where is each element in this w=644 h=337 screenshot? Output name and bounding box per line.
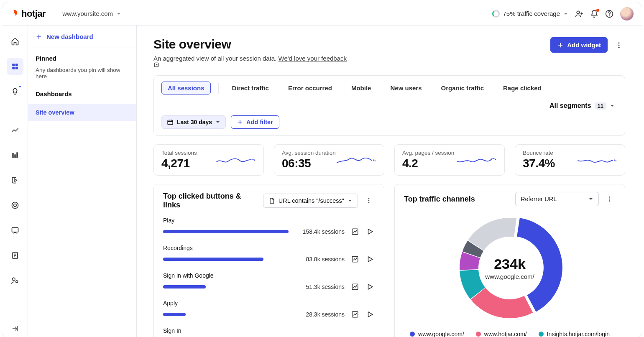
nav-dashboards[interactable] xyxy=(7,58,23,75)
legend-item[interactable]: www.hotjar.com/ xyxy=(476,331,527,337)
notifications-button[interactable] xyxy=(587,6,602,21)
user-avatar[interactable] xyxy=(620,7,634,20)
svg-point-27 xyxy=(614,159,615,161)
new-dashboard-button[interactable]: New dashboard xyxy=(28,26,136,48)
panel-top-clicked: Top clicked buttons & links URL contains… xyxy=(153,184,384,337)
add-filter-button[interactable]: Add filter xyxy=(231,115,279,129)
svg-point-22 xyxy=(254,159,255,161)
svg-point-24 xyxy=(374,160,376,161)
brand-logo[interactable]: hotjar xyxy=(10,8,46,19)
click-row-label: Play xyxy=(163,217,375,224)
nav-trends[interactable] xyxy=(7,122,23,138)
open-chart-button[interactable] xyxy=(350,282,360,291)
notification-dot xyxy=(596,9,599,12)
date-range-selector[interactable]: Last 30 days xyxy=(161,115,226,129)
help-button[interactable] xyxy=(602,6,617,21)
legend-item[interactable]: www.google.com/ xyxy=(410,331,464,337)
traffic-coverage[interactable]: 75% traffic coverage xyxy=(492,10,568,18)
nav-surveys[interactable] xyxy=(7,247,23,264)
progress-ring-icon xyxy=(492,10,500,18)
nav-home[interactable] xyxy=(7,33,23,50)
click-sessions: 51.3k sessions xyxy=(294,283,345,290)
play-recording-button[interactable] xyxy=(365,282,375,291)
all-segments-dropdown[interactable]: All segments 11 xyxy=(549,102,617,110)
kpi-total-sessions[interactable]: Total sessions4,271 xyxy=(153,144,264,176)
kpi-bounce-rate[interactable]: Bounce rate37.4% xyxy=(515,144,625,176)
click-row-label: Apply xyxy=(163,300,375,306)
kpi-row: Total sessions4,271 Avg. session duratio… xyxy=(153,144,625,176)
side-panel: New dashboard Pinned Any dashboards you … xyxy=(28,26,137,337)
nav-feedback[interactable] xyxy=(7,222,23,239)
filters-card: All sessions Direct traffic Error occurr… xyxy=(153,75,625,136)
play-recording-button[interactable] xyxy=(365,255,375,264)
segment-error-occurred[interactable]: Error occurred xyxy=(282,82,338,94)
kpi-avg-session-duration[interactable]: Avg. session duration06:35 xyxy=(274,144,384,176)
nav-engage[interactable] xyxy=(7,272,23,289)
click-row: Sign In 28k sessions xyxy=(163,327,375,337)
segment-rage-clicked[interactable]: Rage clicked xyxy=(497,82,547,94)
legend-dot-icon xyxy=(410,332,415,337)
open-chart-button[interactable] xyxy=(350,310,360,319)
add-widget-button[interactable]: Add widget xyxy=(550,37,608,53)
referrer-dropdown[interactable]: Referrer URL xyxy=(515,192,599,206)
svg-rect-4 xyxy=(15,64,18,66)
page-more-button[interactable] xyxy=(613,39,625,51)
main-content: Site overview An aggregated view of all … xyxy=(137,26,642,337)
site-selector[interactable]: www.yoursite.com xyxy=(62,10,121,17)
svg-point-37 xyxy=(609,197,611,198)
svg-point-30 xyxy=(368,200,370,202)
plus-icon xyxy=(557,42,564,49)
svg-point-25 xyxy=(493,158,495,159)
nav-funnels[interactable] xyxy=(7,147,23,163)
collapse-rail-button[interactable] xyxy=(11,325,19,332)
nav-heatmaps[interactable] xyxy=(7,197,23,214)
invite-user-button[interactable] xyxy=(572,6,587,21)
click-bar xyxy=(163,258,289,261)
sidebar-item-site-overview[interactable]: Site overview xyxy=(28,104,136,121)
feedback-link[interactable]: We'd love your feedback xyxy=(279,55,347,62)
calendar-icon xyxy=(167,119,174,125)
segment-all-sessions[interactable]: All sessions xyxy=(161,82,211,94)
segment-new-users[interactable]: New users xyxy=(384,82,427,94)
chevron-down-icon xyxy=(610,103,615,108)
click-row: Apply 28.3k sessions xyxy=(163,300,375,319)
click-sessions: 158.4k sessions xyxy=(294,228,345,235)
play-recording-button[interactable] xyxy=(365,310,375,319)
svg-point-15 xyxy=(15,281,18,283)
svg-point-0 xyxy=(577,11,580,14)
play-recording-button[interactable] xyxy=(365,227,375,236)
panel-top-traffic: Top traffic channels Referrer URL 234k xyxy=(394,184,625,337)
traffic-label: 75% traffic coverage xyxy=(503,10,560,17)
svg-rect-9 xyxy=(16,152,18,158)
external-link-icon xyxy=(153,62,348,68)
nav-highlights[interactable] xyxy=(7,83,23,100)
chevron-down-icon xyxy=(563,11,568,16)
click-sessions: 83.8k sessions xyxy=(294,256,345,263)
click-row: Recordings 83.8k sessions xyxy=(163,245,375,264)
plus-icon xyxy=(36,33,42,40)
panel-more-button[interactable] xyxy=(363,195,375,207)
legend-item[interactable]: Insights.hotjar.com/login xyxy=(539,331,610,337)
click-row-label: Sign in with Google xyxy=(163,272,375,279)
nav-recordings[interactable] xyxy=(7,172,23,189)
segment-organic-traffic[interactable]: Organic traffic xyxy=(435,82,490,94)
site-selector-label: www.yoursite.com xyxy=(62,10,113,17)
click-bar xyxy=(163,285,289,288)
url-filter-dropdown[interactable]: URL contains "/success" xyxy=(263,194,358,208)
open-chart-button[interactable] xyxy=(350,255,360,264)
legend-dot-icon xyxy=(539,332,544,337)
donut-center-value: 234k xyxy=(494,256,526,272)
segment-mobile[interactable]: Mobile xyxy=(345,82,377,94)
svg-rect-20 xyxy=(168,120,173,125)
open-chart-button[interactable] xyxy=(350,227,360,236)
sparkline-icon xyxy=(336,154,376,166)
legend-dot-icon xyxy=(476,332,481,337)
svg-rect-12 xyxy=(12,227,18,232)
panel-more-button[interactable] xyxy=(604,193,616,205)
segment-direct-traffic[interactable]: Direct traffic xyxy=(226,82,275,94)
click-bar xyxy=(163,313,289,316)
kpi-avg-pages-session[interactable]: Avg. pages / session4.2 xyxy=(394,144,505,176)
page-icon xyxy=(268,197,275,204)
svg-point-19 xyxy=(618,46,620,48)
chevron-down-icon xyxy=(348,198,353,203)
